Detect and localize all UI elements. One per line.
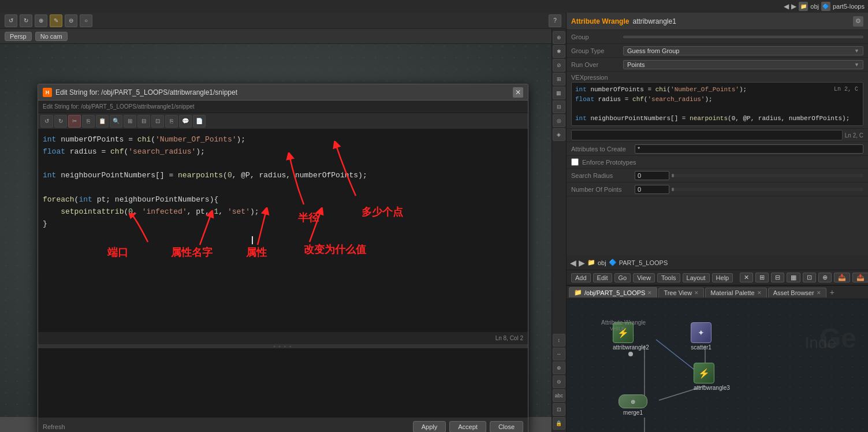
tool8[interactable]: ⊡: [151, 115, 164, 128]
side-btn-14[interactable]: ⊡: [553, 403, 565, 416]
gear-button[interactable]: ⚙: [853, 16, 863, 27]
search-button[interactable]: 🔍: [110, 115, 122, 128]
toolbar-icon2[interactable]: ↻: [20, 14, 32, 27]
run-over-row: Run Over Points ▼: [567, 58, 868, 72]
tab-assetbrowser-label: Asset Browser: [773, 289, 814, 296]
redo-button[interactable]: ↻: [54, 115, 67, 128]
side-btn-12[interactable]: ⊖: [553, 375, 565, 388]
tab-treeview[interactable]: Tree View ✕: [658, 288, 704, 297]
help-icon[interactable]: ?: [549, 14, 561, 27]
attributes-input[interactable]: [635, 144, 863, 154]
node-nav-bar: ◀ ▶ 📁 obj 🔷 PART_5_LOOPS: [567, 255, 868, 270]
ng-icon6[interactable]: ⊕: [818, 273, 832, 282]
viewport-toolbar: ↺ ↻ ⊕ ✎ ⊖ ○ ?: [0, 13, 566, 29]
node-scatter1[interactable]: ✦ scatter1: [691, 322, 711, 351]
tool10[interactable]: 💬: [179, 115, 192, 128]
ng-icon3[interactable]: ⊟: [771, 273, 784, 282]
close-button[interactable]: Close: [490, 421, 523, 433]
ng-add-btn[interactable]: Add: [571, 273, 591, 282]
node-graph-canvas[interactable]: ⚡ attribwrangle2 ✦ scatter1 ⚡: [567, 299, 868, 432]
dialog-close-button[interactable]: ✕: [513, 87, 523, 98]
tab-treeview-close[interactable]: ✕: [694, 290, 699, 296]
undo-button[interactable]: ↺: [40, 115, 53, 128]
tool6[interactable]: ⊞: [124, 115, 136, 128]
ln-col-display: Ln 2, C: [845, 132, 863, 139]
tab-matpalette[interactable]: Material Palette ✕: [705, 288, 766, 297]
enforce-proto-checkbox[interactable]: [571, 158, 579, 166]
toolbar-icon5[interactable]: ⊖: [65, 14, 77, 27]
accept-button[interactable]: Accept: [449, 421, 486, 433]
nav-forward[interactable]: ▶: [579, 258, 585, 267]
toolbar-icon3[interactable]: ⊕: [35, 14, 47, 27]
side-btn-11[interactable]: ⊕: [553, 362, 565, 374]
cut-button[interactable]: ✂: [68, 115, 81, 128]
toolbar-icon4[interactable]: ✎: [50, 14, 62, 27]
annotation-attr: 属性: [246, 245, 267, 262]
ng-view-btn[interactable]: View: [633, 273, 655, 282]
num-points-label: Number Of Points: [571, 186, 635, 193]
refresh-label[interactable]: Refresh: [43, 423, 65, 430]
num-points-input[interactable]: [635, 185, 669, 194]
side-btn-7[interactable]: ◎: [553, 114, 565, 127]
nocam-button[interactable]: No cam: [35, 32, 68, 41]
ng-layout-btn[interactable]: Layout: [683, 273, 710, 282]
side-btn-6[interactable]: ⊟: [553, 100, 565, 113]
ng-icon8[interactable]: 📤: [852, 273, 868, 282]
side-btn-9[interactable]: ↕: [553, 334, 565, 347]
tab-obj-close[interactable]: ✕: [647, 290, 652, 296]
toolbar-icon1[interactable]: ↺: [5, 14, 17, 27]
nav-back[interactable]: ◀: [570, 258, 576, 267]
toolbar-icon6[interactable]: ○: [80, 14, 92, 27]
node-merge1[interactable]: ⊕ merge1: [619, 394, 647, 416]
tool9[interactable]: ⎘: [165, 115, 178, 128]
tab-assetbrowser-close[interactable]: ✕: [817, 290, 821, 296]
search-radius-input[interactable]: [635, 171, 669, 180]
side-btn-4[interactable]: ⊞: [553, 73, 565, 85]
side-btn-1[interactable]: ⊕: [553, 31, 565, 44]
viewport-canvas[interactable]: Persp No cam H Edit String for: /obj/PAR…: [0, 29, 552, 417]
search-radius-slider[interactable]: [672, 174, 863, 177]
ng-icon5[interactable]: ⊡: [803, 273, 816, 282]
tab-assetbrowser[interactable]: Asset Browser ✕: [768, 288, 826, 297]
num-points-slider[interactable]: [672, 188, 863, 191]
dialog-output-area[interactable]: [38, 348, 528, 417]
ng-icon4[interactable]: ▦: [787, 273, 800, 282]
side-btn-8[interactable]: ◈: [553, 128, 565, 141]
side-btn-2[interactable]: ✱: [553, 45, 565, 58]
apply-button[interactable]: Apply: [413, 421, 446, 433]
forward-icon[interactable]: ▶: [791, 2, 796, 10]
back-icon[interactable]: ◀: [784, 2, 789, 10]
group-type-dropdown[interactable]: Guess from Group ▼: [623, 46, 863, 55]
ng-go-btn[interactable]: Go: [614, 273, 631, 282]
tab-treeview-label: Tree View: [664, 289, 692, 296]
paste-button[interactable]: 📋: [96, 115, 109, 128]
side-btn-13[interactable]: abc: [553, 389, 565, 402]
ng-edit-btn[interactable]: Edit: [593, 273, 612, 282]
tab-obj-part5[interactable]: 📁 /obj/PART_5_LOOPS ✕: [569, 287, 657, 297]
code-search-input[interactable]: [571, 130, 843, 140]
group-input[interactable]: [623, 36, 863, 38]
ng-help-btn[interactable]: Help: [712, 273, 733, 282]
tool7[interactable]: ⊟: [137, 115, 150, 128]
ng-icon7[interactable]: 📥: [834, 273, 850, 282]
side-btn-3[interactable]: ⊘: [553, 59, 565, 72]
run-over-dropdown[interactable]: Points ▼: [623, 60, 863, 69]
tab-matpalette-close[interactable]: ✕: [757, 290, 762, 296]
copy-button[interactable]: ⎘: [82, 115, 95, 128]
persp-button[interactable]: Persp: [5, 32, 32, 41]
dialog-code-area[interactable]: int numberOfPoints = chi('Number_Of_Poin…: [38, 129, 528, 332]
tab-add-button[interactable]: +: [828, 288, 837, 297]
right-panel: Attribute Wrangle attribwrangle1 ⚙ Group…: [566, 13, 868, 432]
tool11[interactable]: 📄: [193, 115, 206, 128]
side-toolbar: ⊕ ✱ ⊘ ⊞ ▦ ⊟ ◎ ◈ ↕ ↔ ⊕ ⊖ abc ⊡ 🔒: [552, 29, 566, 432]
vex-code-display[interactable]: int numberOfPoints = chi('Number_Of_Poin…: [571, 82, 863, 126]
side-btn-15[interactable]: 🔒: [553, 417, 565, 430]
ng-tools-btn[interactable]: Tools: [657, 273, 680, 282]
side-btn-5[interactable]: ▦: [553, 87, 565, 99]
node-attribwrangle3[interactable]: ⚡ attribwrangle3: [694, 363, 730, 391]
ng-icon1[interactable]: ✕: [740, 273, 753, 282]
code-line-5: [43, 182, 523, 194]
ng-icon2[interactable]: ⊞: [755, 273, 769, 282]
edit-string-dialog[interactable]: H Edit String for: /obj/PART_5_LOOPS/att…: [38, 84, 528, 432]
side-btn-10[interactable]: ↔: [553, 348, 565, 360]
